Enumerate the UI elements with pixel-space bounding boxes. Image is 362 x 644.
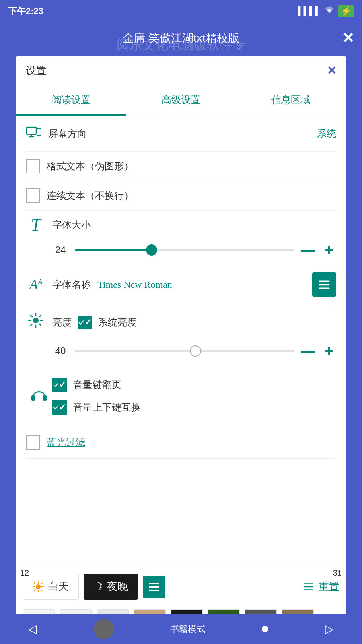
font-size-slider-row: 24 — +	[26, 235, 336, 265]
continuous-text-checkbox[interactable]	[26, 188, 40, 203]
blue-light-row: 蓝光过滤	[26, 426, 336, 459]
tab-read-settings[interactable]: 阅读设置	[16, 85, 126, 116]
brightness-slider[interactable]	[75, 350, 294, 352]
svg-rect-4	[319, 281, 330, 282]
dialog-header: 设置 ✕	[16, 56, 346, 85]
screen-orientation-icon	[26, 125, 42, 142]
wifi-icon	[324, 6, 335, 17]
brightness-slider-thumb[interactable]	[190, 345, 201, 357]
volume-flip-checkbox[interactable]	[52, 378, 67, 392]
font-name-value[interactable]: Times New Roman	[97, 279, 306, 290]
volume-swap-checkbox[interactable]	[52, 400, 67, 415]
svg-rect-31	[149, 590, 159, 591]
font-size-label: 字体大小	[52, 219, 91, 231]
font-size-slider-thumb[interactable]	[146, 244, 157, 256]
screen-orientation-row: 屏幕方向 系统	[26, 116, 336, 152]
format-text-row: 格式文本（伪图形）	[26, 152, 336, 181]
settings-content: 屏幕方向 系统 格式文本（伪图形） 连续文本（不换行） T 字体大小 24	[16, 116, 346, 639]
system-brightness-checkbox[interactable]	[78, 316, 92, 329]
volume-checkboxes: 音量键翻页 音量上下键互换	[52, 374, 336, 419]
svg-line-13	[39, 324, 41, 326]
bottom-nav: ◁ 书籍模式 ▷	[0, 614, 362, 644]
svg-line-25	[34, 583, 35, 584]
svg-rect-16	[31, 395, 35, 401]
svg-rect-33	[304, 586, 313, 587]
brightness-label: 亮度	[52, 316, 72, 329]
svg-rect-29	[149, 583, 159, 584]
title-close-button[interactable]: ✕	[342, 30, 354, 47]
font-size-value: 24	[52, 244, 68, 256]
volume-swap-row: 音量上下键互换	[52, 396, 336, 419]
title-bar: 金庸 笑傲江湖txt精校版 ✕	[0, 22, 362, 54]
font-name-icon: AA	[26, 276, 46, 293]
font-size-decrease-button[interactable]: —	[301, 242, 315, 258]
day-theme-button[interactable]: 白天	[23, 574, 79, 600]
svg-point-7	[33, 318, 39, 323]
blue-light-checkbox[interactable]	[26, 435, 40, 450]
svg-rect-17	[43, 395, 47, 401]
dialog-close-button[interactable]: ✕	[327, 64, 336, 77]
tab-advanced-settings[interactable]: 高级设置	[126, 85, 236, 116]
tab-info-area[interactable]: 信息区域	[236, 85, 346, 116]
nav-dot[interactable]	[262, 626, 268, 632]
reset-button[interactable]: 重置	[302, 580, 339, 594]
custom-theme-button[interactable]	[143, 576, 165, 598]
font-select-button[interactable]	[312, 272, 336, 297]
status-time: 下午2:23	[8, 5, 43, 17]
battery-icon: ⚡	[338, 5, 354, 17]
continuous-text-row: 连续文本（不换行）	[26, 181, 336, 211]
font-size-slider[interactable]	[75, 249, 294, 251]
svg-line-28	[34, 590, 35, 591]
settings-dialog: 设置 ✕ 阅读设置 高级设置 信息区域 屏幕方向 系统	[16, 56, 346, 644]
svg-rect-1	[37, 129, 41, 135]
blue-light-label[interactable]: 蓝光过滤	[47, 436, 85, 449]
night-theme-button[interactable]: ☽ 夜晚	[84, 574, 138, 600]
font-size-increase-button[interactable]: +	[322, 242, 336, 258]
svg-line-14	[39, 315, 41, 317]
continuous-text-label: 连续文本（不换行）	[47, 189, 134, 202]
svg-line-26	[41, 590, 42, 591]
night-theme-label: 夜晚	[107, 580, 128, 594]
svg-rect-32	[304, 583, 313, 584]
brightness-header: 亮度 系统亮度	[26, 308, 336, 336]
theme-row: 白天 ☽ 夜晚	[16, 568, 346, 605]
settings-tabs: 阅读设置 高级设置 信息区域	[16, 85, 346, 116]
font-size-header: T 字体大小	[26, 215, 336, 235]
font-name-label: 字体名称	[52, 278, 91, 291]
font-size-section: T 字体大小 24 — +	[26, 211, 336, 265]
volume-icon	[26, 374, 52, 419]
nav-right-icon[interactable]: ▷	[325, 622, 334, 636]
svg-rect-30	[149, 586, 159, 588]
brightness-icon	[26, 312, 46, 332]
nav-book-mode[interactable]: 书籍模式	[170, 623, 206, 635]
nav-left-icon[interactable]: ◁	[28, 622, 37, 636]
screen-orientation-value[interactable]: 系统	[317, 127, 336, 140]
font-size-large-icon: T	[26, 215, 46, 235]
brightness-section: 亮度 系统亮度 40 — +	[26, 304, 336, 366]
svg-rect-0	[27, 127, 36, 134]
volume-section: 音量键翻页 音量上下键互换	[26, 366, 336, 426]
format-text-checkbox[interactable]	[26, 159, 40, 173]
svg-point-20	[36, 584, 41, 589]
page-number-left: 12	[20, 568, 29, 578]
format-text-label: 格式文本（伪图形）	[47, 160, 134, 173]
brightness-value: 40	[52, 345, 68, 357]
svg-rect-6	[319, 288, 330, 289]
brightness-decrease-button[interactable]: —	[301, 343, 315, 359]
page-number-right: 31	[333, 568, 342, 578]
day-theme-label: 白天	[48, 580, 69, 594]
volume-flip-row: 音量键翻页	[52, 374, 336, 396]
system-brightness-label: 系统亮度	[98, 316, 137, 329]
svg-line-15	[31, 324, 32, 326]
volume-flip-label: 音量键翻页	[73, 378, 121, 391]
font-size-slider-fill	[75, 249, 152, 251]
status-bar: 下午2:23 ▌▌▌▌ ⚡	[0, 0, 362, 22]
nav-home-icon[interactable]	[94, 619, 114, 639]
font-name-row: AA 字体名称 Times New Roman	[26, 265, 336, 304]
svg-line-27	[41, 583, 42, 584]
moon-icon: ☽	[94, 580, 103, 593]
reset-label: 重置	[319, 580, 339, 594]
brightness-increase-button[interactable]: +	[322, 343, 336, 359]
brightness-slider-row: 40 — +	[26, 336, 336, 366]
volume-swap-label: 音量上下键互换	[73, 401, 141, 414]
